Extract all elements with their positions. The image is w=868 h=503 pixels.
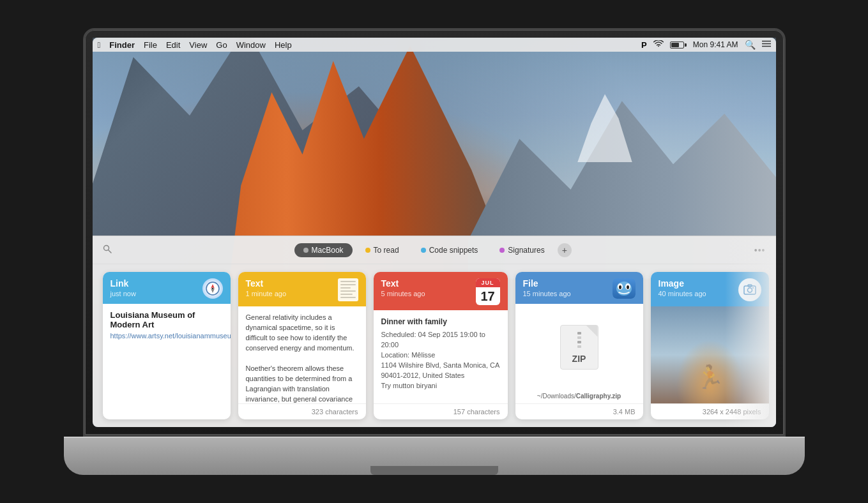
menu-view[interactable]: View [189,40,207,50]
card-file-path: ~/Downloads/Calligraphy.zip [515,390,643,403]
card-text-red-body: Dinner with family Scheduled: 04 Sep 201… [374,310,508,403]
search-icon[interactable] [103,244,112,255]
list-icon[interactable] [762,40,771,50]
card-image-type: Image [659,278,706,289]
screen-bezel:  Finder File Edit View Go Window Help P [83,28,786,437]
card-image-header: Image 40 minutes ago [651,272,769,306]
card-link-body: Louisiana Museum of Modern Art https://w… [103,304,231,419]
menu-file[interactable]: File [144,40,157,50]
calendar-month: JUL [476,278,500,287]
card-text-yellow-type: Text [246,278,287,289]
zip-file-visual: ZIP [560,325,598,370]
finder-icon [613,278,636,299]
more-button[interactable]: ••• [754,245,766,255]
card-file-time: 15 minutes ago [523,290,571,297]
clipboard-toolbar: MacBook To read Code snippets [93,236,776,264]
card-link-url: https://www.artsy.net/louisianammuseum [110,332,223,340]
menu-bar-right: P Mon [641,40,770,50]
card-text-yellow-footer: 323 characters [238,403,366,419]
card-image[interactable]: Image 40 minutes ago [651,272,769,419]
tab-code-snippets-label: Code snippets [429,246,478,255]
card-text-yellow[interactable]: Text 1 minute ago [238,272,366,419]
tab-to-read-label: To read [374,246,399,255]
clock: Mon 9:41 AM [693,40,738,49]
photo-icon [738,278,761,301]
laptop:  Finder File Edit View Go Window Help P [83,28,786,475]
menu-bar:  Finder File Edit View Go Window Help P [93,38,776,52]
tab-group: MacBook To read Code snippets [117,243,749,257]
svg-point-16 [747,288,752,292]
card-text-red-footer: 157 characters [374,403,508,419]
card-file-body: ZIP [515,304,643,390]
menu-help[interactable]: Help [275,40,292,50]
svg-point-13 [619,285,621,289]
safari-icon [202,278,223,299]
screen:  Finder File Edit View Go Window Help P [93,38,776,427]
add-tab-button[interactable]: + [558,243,572,257]
tab-code-snippets[interactable]: Code snippets [412,243,487,257]
card-image-time: 40 minutes ago [659,290,706,297]
card-image-preview: 🏃 [651,306,769,403]
event-details: Scheduled: 04 Sep 2015 19:00 to 20:00 Lo… [381,330,500,391]
card-image-footer: 3264 x 2448 pixels [651,403,769,419]
zip-label: ZIP [572,354,586,364]
svg-point-18 [752,287,754,289]
zip-corner [586,326,598,337]
parking-icon: P [641,40,647,50]
apple-menu[interactable]:  [98,40,101,50]
card-link-type: Link [110,278,136,289]
tab-code-snippets-dot [421,248,426,253]
tab-to-read-dot [365,248,370,253]
tab-signatures-dot [499,248,505,253]
card-text-yellow-body: General relativity includes a dynamical … [238,306,366,403]
menu-bar-left:  Finder File Edit View Go Window Help [98,40,642,50]
tab-to-read[interactable]: To read [356,243,408,257]
tab-signatures-label: Signatures [508,246,544,255]
menu-finder[interactable]: Finder [109,40,135,50]
svg-point-14 [627,285,629,289]
search-menubar-icon[interactable]: 🔍 [745,40,756,50]
battery-icon [670,41,687,49]
card-text-red-header: Text 5 minutes ago JUL 17 [374,272,508,310]
card-text-red-time: 5 minutes ago [381,290,425,297]
cards-container: Link just now [93,264,776,427]
svg-line-4 [108,250,111,253]
laptop-notch [370,466,498,475]
card-text-red-type: Text [381,278,425,289]
tab-macbook-label: MacBook [312,246,344,255]
calendar-icon: JUL 17 [476,278,500,305]
card-link[interactable]: Link just now [103,272,231,419]
tab-macbook[interactable]: MacBook [294,243,353,257]
tab-signatures[interactable]: Signatures [491,243,553,257]
svg-rect-15 [744,286,756,294]
wifi-icon [653,40,664,50]
card-file-header: File 15 minutes ago [515,272,643,304]
svg-point-8 [211,288,213,290]
menu-window[interactable]: Window [236,40,266,50]
card-file-type: File [523,278,571,289]
clipboard-panel: MacBook To read Code snippets [93,236,776,427]
card-text-yellow-header: Text 1 minute ago [238,272,366,306]
card-file[interactable]: File 15 minutes ago [515,272,643,419]
note-icon [338,278,358,301]
card-text-yellow-time: 1 minute ago [246,290,287,297]
menu-edit[interactable]: Edit [166,40,180,50]
laptop-bottom [64,437,805,475]
card-file-footer: 3.4 MB [515,403,643,419]
card-link-title: Louisiana Museum of Modern Art [110,310,223,329]
card-link-time: just now [110,290,136,297]
menu-go[interactable]: Go [216,40,227,50]
tab-macbook-dot [303,248,308,253]
calendar-day: 17 [476,287,500,305]
card-link-header: Link just now [103,272,231,304]
card-text-red[interactable]: Text 5 minutes ago JUL 17 Dinner with fa… [374,272,508,419]
event-title: Dinner with family [381,317,500,327]
